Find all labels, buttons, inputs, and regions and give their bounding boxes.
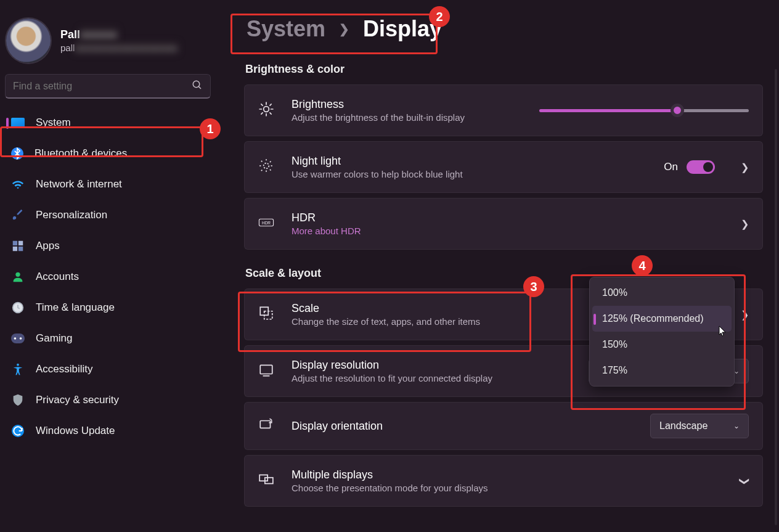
svg-rect-2: [13, 241, 17, 245]
scale-dropdown-open[interactable]: 100% 125% (Recommended) 150% 175%: [589, 277, 735, 387]
sidebar-item-personalization[interactable]: Personalization: [5, 200, 214, 231]
profile-row[interactable]: Pallaaaaaa pallaaaaaaaaaaaaaaaaaaaa: [5, 12, 214, 68]
svg-line-25: [261, 161, 263, 162]
chevron-right-icon[interactable]: ❯: [741, 218, 749, 230]
sidebar-item-time[interactable]: Time & language: [5, 292, 214, 323]
breadcrumb-parent[interactable]: System: [247, 16, 325, 42]
scale-option-175[interactable]: 175%: [592, 358, 732, 383]
sidebar-item-accounts[interactable]: Accounts: [5, 261, 214, 292]
section-brightness-color: Brightness & color: [245, 63, 763, 76]
wifi-icon: [11, 178, 25, 191]
card-subtitle: Adjust the resolution to fit your connec…: [292, 373, 571, 383]
sidebar-item-label: Personalization: [36, 209, 107, 221]
main: System ❯ Display Brightness & color Brig…: [219, 0, 779, 532]
night-light-icon: [258, 158, 274, 176]
sidebar-item-label: Network & internet: [36, 178, 122, 190]
toggle-label: On: [664, 161, 678, 173]
sidebar-item-apps[interactable]: Apps: [5, 231, 214, 261]
brush-icon: [11, 208, 25, 222]
search-icon: [192, 80, 203, 93]
chevron-right-icon[interactable]: ❯: [741, 162, 749, 173]
scale-icon: [258, 305, 274, 324]
person-icon: [11, 270, 25, 284]
svg-point-6: [15, 272, 20, 277]
orientation-dropdown[interactable]: Landscape ⌄: [650, 414, 749, 438]
chevron-right-icon[interactable]: ❯: [741, 309, 749, 321]
card-brightness[interactable]: Brightness Adjust the brightness of the …: [244, 84, 763, 136]
card-night-light[interactable]: Night light Use warmer colors to help bl…: [244, 141, 763, 193]
avatar[interactable]: [6, 18, 51, 63]
svg-line-1: [198, 86, 201, 89]
night-light-toggle[interactable]: [687, 160, 715, 174]
sidebar-item-bluetooth[interactable]: Bluetooth & devices: [5, 138, 214, 169]
scale-option-125[interactable]: 125% (Recommended): [592, 306, 732, 332]
breadcrumb-current: Display: [363, 16, 442, 42]
card-title: Scale: [292, 302, 562, 315]
sidebar-item-network[interactable]: Network & internet: [5, 169, 214, 200]
search-input[interactable]: [5, 74, 211, 99]
accessibility-icon: [11, 362, 25, 376]
orientation-icon: [258, 417, 274, 435]
svg-line-28: [270, 161, 271, 162]
hdr-more-link[interactable]: More about HDR: [292, 226, 715, 236]
profile-email: pallaaaaaaaaaaaaaaaaaaaa: [60, 43, 211, 53]
svg-point-8: [14, 337, 17, 340]
svg-point-20: [264, 163, 269, 169]
card-orientation[interactable]: Display orientation Landscape ⌄: [244, 402, 763, 450]
sidebar-item-label: Bluetooth & devices: [35, 147, 127, 160]
hdr-icon: HDR: [258, 216, 274, 231]
card-subtitle: Adjust the brightness of the built-in di…: [292, 112, 522, 123]
svg-rect-34: [260, 421, 270, 428]
svg-line-19: [270, 104, 271, 105]
chevron-down-icon[interactable]: ❯: [739, 477, 751, 485]
slider-thumb[interactable]: [671, 104, 684, 117]
card-hdr[interactable]: HDR HDR More about HDR ❯: [244, 198, 763, 250]
card-title: HDR: [292, 211, 715, 224]
svg-text:HDR: HDR: [262, 221, 271, 225]
sidebar-item-privacy[interactable]: Privacy & security: [5, 385, 214, 415]
clock-globe-icon: [11, 301, 25, 314]
svg-point-11: [264, 107, 269, 112]
card-subtitle: Change the size of text, apps, and other…: [292, 316, 562, 327]
svg-line-18: [261, 113, 263, 114]
card-title: Night light: [292, 155, 646, 168]
sidebar-item-label: Time & language: [36, 301, 115, 314]
card-title: Brightness: [292, 98, 522, 111]
scale-option-150[interactable]: 150%: [592, 332, 732, 358]
nav: System Bluetooth & devices Network & int…: [5, 107, 214, 446]
svg-rect-5: [18, 247, 23, 251]
card-title: Multiple displays: [292, 469, 715, 481]
apps-icon: [11, 239, 25, 253]
multi-display-icon: [258, 472, 274, 490]
sidebar-item-label: Accounts: [36, 271, 79, 283]
scrollbar[interactable]: [775, 69, 777, 525]
card-title: Display resolution: [292, 359, 571, 372]
sidebar-item-system[interactable]: System: [5, 107, 214, 138]
resolution-icon: [258, 362, 274, 380]
sidebar-item-label: System: [36, 117, 71, 129]
shield-icon: [11, 393, 25, 407]
sidebar-item-label: Windows Update: [36, 425, 115, 437]
svg-line-26: [270, 170, 271, 171]
svg-rect-32: [260, 365, 272, 374]
breadcrumb: System ❯ Display: [244, 15, 763, 46]
scale-option-100[interactable]: 100%: [592, 280, 732, 306]
sidebar-item-update[interactable]: Windows Update: [5, 415, 214, 446]
gamepad-icon: [11, 332, 25, 345]
svg-line-16: [261, 104, 263, 105]
bluetooth-icon: [11, 147, 23, 160]
chevron-right-icon: ❯: [339, 22, 349, 36]
svg-point-10: [17, 364, 19, 366]
brightness-slider[interactable]: [539, 109, 749, 112]
profile-name: Pallaaaaaa: [60, 28, 211, 41]
sidebar-item-gaming[interactable]: Gaming: [5, 323, 214, 354]
sidebar-item-accessibility[interactable]: Accessibility: [5, 354, 214, 385]
svg-rect-3: [18, 241, 23, 245]
profile-text: Pallaaaaaa pallaaaaaaaaaaaaaaaaaaaa: [60, 28, 211, 53]
svg-line-17: [270, 113, 271, 114]
chevron-down-icon: ⌄: [733, 422, 740, 430]
svg-rect-4: [13, 247, 17, 251]
sun-icon: [258, 101, 274, 120]
svg-line-27: [261, 170, 263, 171]
card-multiple-displays[interactable]: Multiple displays Choose the presentatio…: [244, 455, 763, 507]
